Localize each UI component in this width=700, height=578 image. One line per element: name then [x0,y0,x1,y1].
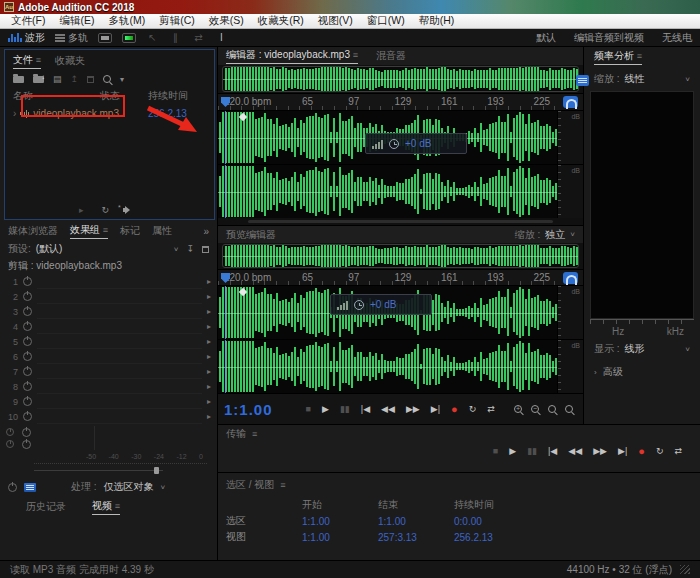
tab-markers[interactable]: 标记 [120,224,140,238]
preview-timeline-ruler[interactable]: 120.0 bpm 6597129161193225257 [218,269,583,285]
menu-item-6[interactable]: 视图(V) [311,14,360,28]
output-gain-knob[interactable] [6,440,14,448]
waveform-view-button[interactable]: 波形 [8,31,45,45]
column-status[interactable]: 状态 [100,89,148,103]
skip-forward-button[interactable]: ▶| [614,446,631,456]
panel-menu-icon[interactable]: ≡ [36,55,41,65]
zoom-navigator-icon[interactable] [563,96,578,108]
search-icon[interactable] [103,75,111,83]
slot-power-icon[interactable] [23,382,32,391]
zoom-full-button[interactable] [565,405,573,413]
slot-power-icon[interactable] [23,292,32,301]
effect-slot-8[interactable]: 8 ▸ [0,379,217,394]
display-value[interactable]: 线形 [625,342,645,356]
play-button[interactable]: ▶ [318,404,333,414]
swap-button[interactable]: ⇄ [670,446,686,456]
fast-forward-button[interactable]: ▶▶ [402,404,424,414]
skip-back-button[interactable]: |◀ [357,404,374,414]
loop-button[interactable]: ↻ [465,404,481,414]
slot-power-icon[interactable] [23,277,32,286]
import-file-icon[interactable] [33,76,44,83]
skip-forward-button[interactable]: ▶| [427,404,444,414]
time-display[interactable]: 1:1.00 [224,401,273,418]
razor-tool-icon[interactable]: ∥ [169,32,182,43]
workspace-button-2[interactable]: 无线电 [662,31,692,45]
file-row-videoplayback[interactable]: › videoplayback.mp3 256.2.13 [5,105,214,122]
slot-power-icon[interactable] [23,352,32,361]
preview-zoom-dropdown-icon[interactable]: ˅ [570,230,575,239]
panel-menu-icon[interactable]: ≡ [252,429,257,439]
zoom-navigator-icon[interactable] [563,272,578,284]
workspace-button-0[interactable]: 默认 [536,31,556,45]
rack-mix-slider[interactable] [34,464,203,477]
show-waveform-button[interactable] [98,33,112,43]
menu-item-3[interactable]: 剪辑(C) [152,14,202,28]
multitrack-view-button[interactable]: 多轨 [55,31,88,45]
insert-multitrack-icon[interactable]: ↥ [71,74,79,84]
waveform-right-channel[interactable] [218,165,557,218]
delete-file-icon[interactable] [87,76,94,83]
effect-slot-5[interactable]: 5 ▸ [0,334,217,349]
column-duration[interactable]: 持续时间 [148,89,206,103]
pause-button[interactable]: ▮▮ [523,446,541,456]
preview-overview-strip[interactable] [222,244,579,268]
menu-item-1[interactable]: 编辑(E) [52,14,101,28]
effect-slot-2[interactable]: 2 ▸ [0,289,217,304]
hud-volume-control[interactable]: +0 dB [365,133,467,154]
effects-list-icon[interactable] [24,483,36,492]
hud-gain-value[interactable]: +0 dB [405,138,431,149]
hud-gain-value[interactable]: +0 dB [370,299,396,310]
tab-history[interactable]: 历史记录 [26,500,66,514]
overview-strip[interactable] [222,66,579,92]
slot-arrow-icon[interactable]: ▸ [207,322,211,331]
preview-waveform-right[interactable] [218,340,557,393]
process-dropdown-icon[interactable]: ˅ [161,483,166,492]
menu-item-4[interactable]: 效果(S) [202,14,251,28]
slot-arrow-icon[interactable]: ▸ [207,277,211,286]
preset-dropdown-icon[interactable]: ˅ [174,245,179,254]
auto-play-speaker-icon[interactable]: * [123,206,134,215]
scale-value[interactable]: 线性 [625,72,645,86]
delete-preset-icon[interactable] [202,246,209,253]
slot-power-icon[interactable] [23,307,32,316]
slot-arrow-icon[interactable]: ▸ [207,382,211,391]
tab-properties[interactable]: 属性 [152,224,172,238]
timeline-ruler[interactable]: 120.0 bpm 6597129161193225257 [218,93,583,110]
tab-editor[interactable]: 编辑器 : videoplayback.mp3 ≡ [226,48,358,64]
tab-media-browser[interactable]: 媒体浏览器 [8,224,58,238]
title-bar[interactable]: Au Adobe Audition CC 2018 [0,0,700,14]
more-tabs-icon[interactable]: » [203,226,209,237]
effect-slot-7[interactable]: 7 ▸ [0,364,217,379]
swap-button[interactable]: ⇄ [483,404,499,414]
pause-button[interactable]: ▮▮ [336,404,354,414]
menu-item-0[interactable]: 文件(F) [4,14,52,28]
effect-slot-6[interactable]: 6 ▸ [0,349,217,364]
slot-arrow-icon[interactable]: ▸ [207,412,211,421]
save-preset-icon[interactable]: ↧ [186,244,194,254]
slot-arrow-icon[interactable]: ▸ [207,337,211,346]
horizontal-zoom-bar[interactable] [218,218,583,225]
effect-slot-10[interactable]: 10 ▸ [0,409,217,424]
input-gain-knob[interactable] [6,428,14,436]
scale-dropdown-icon[interactable]: ˅ [685,75,690,84]
slot-arrow-icon[interactable]: ▸ [207,352,211,361]
slot-power-icon[interactable] [23,367,32,376]
tab-favorites[interactable]: 收藏夹 [55,54,85,68]
record-button[interactable]: ● [634,445,649,457]
resize-grip[interactable] [680,565,690,574]
stop-button[interactable]: ■ [302,404,315,414]
menu-item-7[interactable]: 窗口(W) [360,14,412,28]
menu-item-5[interactable]: 收藏夹(R) [251,14,311,28]
move-tool-icon[interactable]: ↖ [146,32,159,43]
frequency-plot[interactable] [590,91,694,319]
slot-power-icon[interactable] [23,412,32,421]
rewind-button[interactable]: ◀◀ [377,404,399,414]
slider-handle[interactable] [154,467,159,474]
preview-hud-volume-control[interactable]: +0 dB [330,294,432,315]
slot-arrow-icon[interactable]: ▸ [207,397,211,406]
play-preview-icon[interactable]: ▸ [75,205,88,215]
menu-item-8[interactable]: 帮助(H) [412,14,462,28]
column-name[interactable]: 名称 [13,89,100,103]
stop-button[interactable]: ■ [489,446,502,456]
skip-back-button[interactable]: |◀ [544,446,561,456]
